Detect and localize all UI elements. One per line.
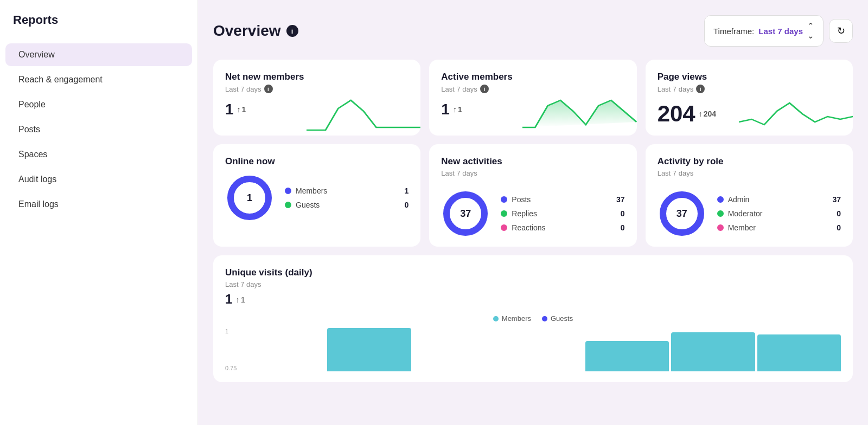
header-left: Overview i [213,22,298,40]
bar-5 [585,341,669,371]
bar-7 [757,334,841,371]
timeframe-button[interactable]: Timeframe: Last 7 days ⌃⌄ [704,15,824,47]
new-activities-donut: 37 [441,189,490,238]
sidebar-item-spaces[interactable]: Spaces [5,143,192,166]
donut-cards-row: Online now 1 Members 1 [213,144,853,247]
replies-dot [501,210,507,217]
info-icon[interactable]: i [286,25,298,37]
unique-visits-card: Unique visits (daily) Last 7 days 1 ↑1 M… [213,255,853,382]
unique-visits-header: Unique visits (daily) Last 7 days 1 ↑1 [225,267,841,307]
net-new-members-card: Net new members Last 7 days i 1 ↑1 [213,60,420,136]
new-activities-subtitle: Last 7 days [441,169,624,177]
chevron-icon: ⌃⌄ [807,21,814,41]
sidebar-item-overview[interactable]: Overview [5,43,192,66]
new-activities-title: New activities [441,156,624,167]
net-new-members-title: Net new members [225,72,409,82]
activity-by-role-content: 37 Admin 37 Moderator 0 Memb [658,185,841,238]
online-now-title: Online now [225,156,409,167]
sidebar-item-posts[interactable]: Posts [5,118,192,141]
legend-item-posts: Posts 37 [501,195,624,204]
guests-dot [285,202,291,208]
unique-visits-value: 1 ↑1 [225,292,841,307]
page-title: Overview [213,22,281,40]
bar-chart: 1 0.75 [225,328,841,382]
members-dot [285,188,291,194]
bar-2 [327,328,411,371]
page-views-title: Page views [658,72,841,82]
activity-by-role-center: 37 [658,189,706,238]
member-dot [717,224,724,231]
legend-item-replies: Replies 0 [501,209,624,218]
uv-legend-members: Members [493,314,531,323]
refresh-button[interactable]: ↻ [829,19,853,43]
page-views-info-icon[interactable]: i [696,85,705,93]
online-now-card: Online now 1 Members 1 [213,144,420,247]
active-members-card: Active members Last 7 days i 1 ↑1 [429,60,636,136]
unique-visits-legend: Members Guests [225,314,841,323]
new-activities-card: New activities Last 7 days 37 Posts 37 [429,144,636,247]
activity-by-role-donut: 37 [658,189,706,238]
unique-visits-title: Unique visits (daily) [225,267,841,278]
activity-by-role-legend: Admin 37 Moderator 0 Member 0 [717,195,841,232]
legend-item-admin: Admin 37 [717,195,841,204]
new-activities-legend: Posts 37 Replies 0 Reactions 0 [501,195,624,232]
bar-6 [671,332,755,371]
sidebar: Reports Overview Reach & engagement Peop… [0,0,198,425]
new-activities-content: 37 Posts 37 Replies 0 Reacti [441,185,624,238]
uv-legend-guests: Guests [542,314,573,323]
reactions-dot [501,224,507,231]
online-now-donut: 1 [225,173,274,222]
header-actions: Timeframe: Last 7 days ⌃⌄ ↻ [704,15,853,47]
net-new-members-change: ↑1 [237,105,246,114]
admin-dot [717,196,724,203]
active-members-sparkline [522,92,636,136]
sidebar-item-people[interactable]: People [5,93,192,116]
activity-by-role-title: Activity by role [658,156,841,167]
page-views-sparkline [739,92,853,136]
page-views-card: Page views Last 7 days i 204 ↑204 [646,60,853,136]
uv-guests-dot [542,316,547,321]
legend-item-member: Member 0 [717,223,841,232]
online-now-center: 1 [225,173,274,222]
timeframe-label: Timeframe: [713,27,754,36]
page-views-change: ↑204 [699,110,716,118]
header: Overview i Timeframe: Last 7 days ⌃⌄ ↻ [213,15,853,47]
legend-item-guests: Guests 0 [285,201,409,209]
sidebar-item-audit-logs[interactable]: Audit logs [5,168,192,191]
active-members-title: Active members [441,72,624,82]
legend-item-reactions: Reactions 0 [501,223,624,232]
activity-by-role-subtitle: Last 7 days [658,169,841,177]
stat-cards-row: Net new members Last 7 days i 1 ↑1 [213,60,853,136]
uv-members-dot [493,316,499,321]
activity-by-role-card: Activity by role Last 7 days 37 Admin 37 [646,144,853,247]
legend-item-members: Members 1 [285,186,409,195]
bar-chart-y-labels: 1 0.75 [225,328,237,371]
new-activities-center: 37 [441,189,490,238]
app-title: Reports [0,13,197,42]
net-new-members-sparkline [307,92,420,136]
sidebar-item-reach[interactable]: Reach & engagement [5,68,192,91]
net-new-members-info-icon[interactable]: i [264,85,273,93]
unique-visits-change: ↑1 [235,295,245,304]
timeframe-value: Last 7 days [758,27,803,36]
main-content: Overview i Timeframe: Last 7 days ⌃⌄ ↻ N… [198,0,868,425]
sidebar-item-email-logs[interactable]: Email logs [5,193,192,216]
legend-item-moderator: Moderator 0 [717,209,841,218]
online-now-content: 1 Members 1 Guests 0 [225,169,409,222]
bar-chart-bars [241,328,841,371]
online-now-legend: Members 1 Guests 0 [285,186,409,209]
active-members-change: ↑1 [453,105,462,114]
unique-visits-subtitle: Last 7 days [225,280,841,288]
posts-dot [501,196,507,203]
moderator-dot [717,210,724,217]
active-members-info-icon[interactable]: i [480,85,489,93]
refresh-icon: ↻ [837,25,845,37]
